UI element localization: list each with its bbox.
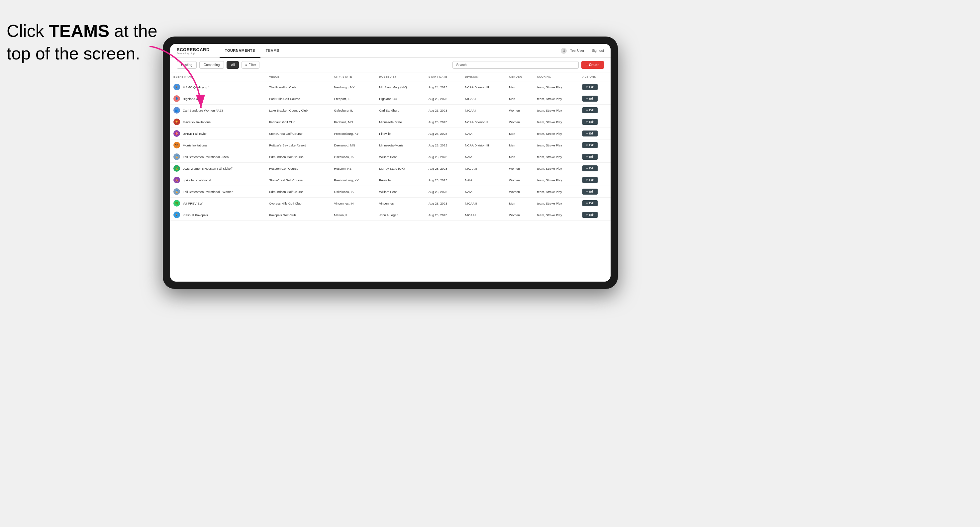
table-row: 🎪 upike fall invitational StoneCrest Gol… bbox=[170, 175, 611, 186]
cell-city-state: Faribault, MN bbox=[331, 116, 376, 128]
cell-actions: ✏ Edit bbox=[579, 209, 611, 221]
cell-start-date: Aug 28, 2023 bbox=[425, 163, 462, 175]
cell-start-date: Aug 28, 2023 bbox=[425, 186, 462, 198]
cell-event-name: 🏅 Fall Statesmen Invitational - Women bbox=[170, 186, 266, 198]
cell-gender: Men bbox=[506, 128, 533, 140]
edit-button[interactable]: ✏ Edit bbox=[582, 119, 598, 125]
tab-tournaments[interactable]: TOURNAMENTS bbox=[220, 44, 261, 58]
cell-city-state: Vincennes, IN bbox=[331, 198, 376, 209]
filter-label: Filter bbox=[248, 63, 256, 67]
table-container[interactable]: EVENT NAME VENUE CITY, STATE HOSTED BY S… bbox=[170, 72, 611, 282]
cell-venue: StoneCrest Golf Course bbox=[266, 175, 331, 186]
cell-start-date: Aug 28, 2023 bbox=[425, 175, 462, 186]
event-name-text: Fall Statesmen Invitational - Men bbox=[183, 155, 229, 159]
edit-button[interactable]: ✏ Edit bbox=[582, 165, 598, 171]
edit-button[interactable]: ✏ Edit bbox=[582, 142, 598, 148]
event-name-text: Morris Invitational bbox=[183, 143, 207, 147]
create-button[interactable]: + Create bbox=[581, 61, 604, 69]
filter-icon: ≡ bbox=[245, 63, 247, 67]
team-icon: 🦅 bbox=[173, 142, 180, 148]
cell-start-date: Aug 28, 2023 bbox=[425, 128, 462, 140]
cell-division: NICAA II bbox=[462, 198, 506, 209]
cell-division: NICAA II bbox=[462, 163, 506, 175]
competing-filter-btn[interactable]: Competing bbox=[199, 61, 224, 69]
cell-venue: Ruttger's Bay Lake Resort bbox=[266, 140, 331, 151]
cell-hosted-by: Vincennes bbox=[376, 198, 425, 209]
cell-city-state: Oskaloosa, IA bbox=[331, 186, 376, 198]
logo-subtitle: Powered by clippit bbox=[177, 52, 210, 54]
cell-venue: Edmundson Golf Course bbox=[266, 151, 331, 163]
cell-gender: Women bbox=[506, 209, 533, 221]
all-filter-btn[interactable]: All bbox=[227, 61, 239, 69]
team-icon: 👤 bbox=[173, 95, 180, 102]
edit-button[interactable]: ✏ Edit bbox=[582, 84, 598, 90]
team-icon: 🏅 bbox=[173, 153, 180, 160]
cell-venue: Hesston Golf Course bbox=[266, 163, 331, 175]
cell-venue: Edmundson Golf Course bbox=[266, 186, 331, 198]
cell-actions: ✏ Edit bbox=[579, 93, 611, 105]
cell-hosted-by: Minnesota State bbox=[376, 116, 425, 128]
event-name-text: UPIKE Fall Invite bbox=[183, 132, 207, 135]
cell-actions: ✏ Edit bbox=[579, 116, 611, 128]
team-icon: 🏌 bbox=[173, 84, 180, 90]
event-name-text: Carl Sandburg Women FA23 bbox=[183, 109, 223, 112]
instruction-text: Click TEAMS at thetop of the screen. bbox=[6, 20, 158, 65]
edit-button[interactable]: ✏ Edit bbox=[582, 96, 598, 102]
tab-teams[interactable]: TEAMS bbox=[261, 44, 285, 58]
cell-gender: Women bbox=[506, 175, 533, 186]
cell-hosted-by: Carl Sandburg bbox=[376, 105, 425, 116]
edit-button[interactable]: ✏ Edit bbox=[582, 177, 598, 183]
table-row: 🏅 Fall Statesmen Invitational - Women Ed… bbox=[170, 186, 611, 198]
event-name-text: upike fall invitational bbox=[183, 178, 211, 182]
sign-out-link[interactable]: Sign out bbox=[592, 49, 604, 52]
logo-area: SCOREBOARD Powered by clippit bbox=[177, 47, 210, 54]
team-icon: 🏌 bbox=[173, 211, 180, 218]
event-name-text: Maverick Invitational bbox=[183, 120, 211, 124]
edit-button[interactable]: ✏ Edit bbox=[582, 200, 598, 206]
table-row: 🎯 UPIKE Fall Invite StoneCrest Golf Cour… bbox=[170, 128, 611, 140]
cell-city-state: Galesburg, IL bbox=[331, 105, 376, 116]
cell-event-name: 🏅 Fall Statesmen Invitational - Men bbox=[170, 151, 266, 163]
cell-event-name: 🌿 VU PREVIEW bbox=[170, 198, 266, 209]
edit-button[interactable]: ✏ Edit bbox=[582, 189, 598, 195]
cell-city-state: Hesston, KS bbox=[331, 163, 376, 175]
col-scoring: SCORING bbox=[534, 72, 579, 81]
search-input[interactable] bbox=[452, 61, 579, 69]
col-division: DIVISION bbox=[462, 72, 506, 81]
edit-button[interactable]: ✏ Edit bbox=[582, 212, 598, 218]
team-icon: 👥 bbox=[173, 107, 180, 114]
cell-gender: Men bbox=[506, 151, 533, 163]
table-row: ⛳ 2023 Women's Hesston Fall Kickoff Hess… bbox=[170, 163, 611, 175]
edit-button[interactable]: ✏ Edit bbox=[582, 107, 598, 113]
team-icon: 🏆 bbox=[173, 119, 180, 125]
edit-button[interactable]: ✏ Edit bbox=[582, 130, 598, 137]
cell-hosted-by: Highland CC bbox=[376, 93, 425, 105]
edit-button[interactable]: ✏ Edit bbox=[582, 154, 598, 160]
settings-icon[interactable]: ⚙ bbox=[561, 48, 567, 54]
table-body: 🏌 MSMC Qualifying 1 The Powelton ClubNew… bbox=[170, 81, 611, 221]
cell-gender: Women bbox=[506, 105, 533, 116]
table-row: 🏆 Maverick Invitational Faribault Golf C… bbox=[170, 116, 611, 128]
cell-gender: Men bbox=[506, 81, 533, 93]
cell-city-state: Oskaloosa, IA bbox=[331, 151, 376, 163]
cell-scoring: team, Stroke Play bbox=[534, 186, 579, 198]
team-icon: 🎪 bbox=[173, 177, 180, 183]
cell-actions: ✏ Edit bbox=[579, 140, 611, 151]
filter-icon-btn[interactable]: ≡ Filter bbox=[242, 61, 259, 69]
cell-scoring: team, Stroke Play bbox=[534, 116, 579, 128]
table-row: 🌿 VU PREVIEW Cypress Hills Golf ClubVinc… bbox=[170, 198, 611, 209]
cell-scoring: team, Stroke Play bbox=[534, 175, 579, 186]
hosting-filter-btn[interactable]: Hosting bbox=[177, 61, 197, 69]
cell-city-state: Prestonsburg, KY bbox=[331, 128, 376, 140]
tablet-screen: SCOREBOARD Powered by clippit TOURNAMENT… bbox=[170, 44, 611, 282]
tablet-frame: SCOREBOARD Powered by clippit TOURNAMENT… bbox=[163, 37, 618, 289]
cell-actions: ✏ Edit bbox=[579, 151, 611, 163]
cell-division: NCAA Division III bbox=[462, 140, 506, 151]
cell-hosted-by: Mt. Saint Mary (NY) bbox=[376, 81, 425, 93]
separator: | bbox=[588, 49, 589, 52]
col-gender: GENDER bbox=[506, 72, 533, 81]
cell-event-name: 🎯 UPIKE Fall Invite bbox=[170, 128, 266, 140]
user-name: Test User bbox=[570, 49, 584, 52]
cell-hosted-by: Murray State (OK) bbox=[376, 163, 425, 175]
event-name-text: VU PREVIEW bbox=[183, 202, 203, 205]
